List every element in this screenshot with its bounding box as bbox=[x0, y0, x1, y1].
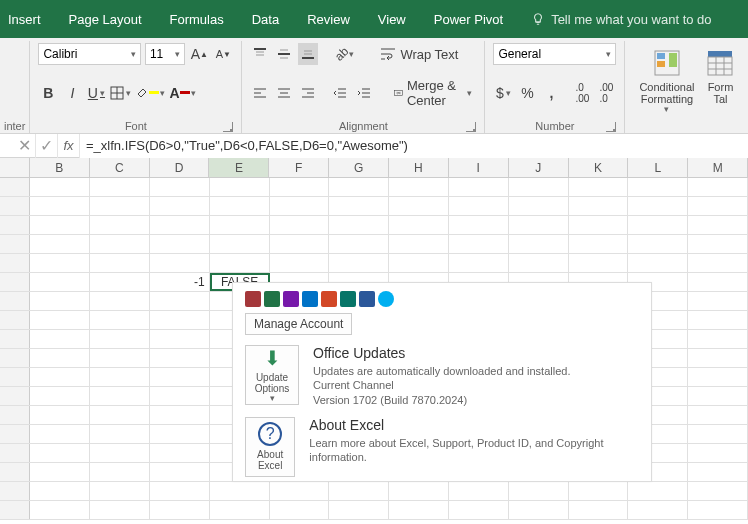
cell[interactable] bbox=[90, 273, 150, 291]
corner-cell[interactable] bbox=[0, 158, 30, 177]
cell[interactable] bbox=[90, 235, 150, 253]
cell[interactable] bbox=[628, 254, 688, 272]
cell[interactable] bbox=[449, 197, 509, 215]
percent-format-button[interactable]: % bbox=[517, 82, 537, 104]
format-as-table-button[interactable]: FormTal bbox=[700, 45, 740, 107]
cell[interactable] bbox=[569, 197, 629, 215]
cell[interactable] bbox=[30, 292, 90, 310]
number-dialog-launcher[interactable] bbox=[606, 122, 616, 132]
cell[interactable] bbox=[389, 254, 449, 272]
cell[interactable] bbox=[688, 178, 748, 196]
font-dialog-launcher[interactable] bbox=[223, 122, 233, 132]
cell[interactable] bbox=[150, 482, 210, 500]
row-header[interactable] bbox=[0, 311, 30, 329]
cell[interactable] bbox=[150, 349, 210, 367]
tell-me-search[interactable]: Tell me what you want to do bbox=[531, 12, 711, 27]
cell[interactable] bbox=[30, 254, 90, 272]
cell[interactable] bbox=[329, 482, 389, 500]
cell[interactable] bbox=[688, 482, 748, 500]
cell[interactable] bbox=[449, 254, 509, 272]
borders-button[interactable]: ▾ bbox=[110, 82, 131, 104]
cell[interactable] bbox=[90, 197, 150, 215]
row-header[interactable] bbox=[0, 254, 30, 272]
cell[interactable] bbox=[90, 330, 150, 348]
row-header[interactable] bbox=[0, 216, 30, 234]
cell[interactable] bbox=[688, 501, 748, 519]
cell[interactable] bbox=[150, 463, 210, 481]
column-header-M[interactable]: M bbox=[688, 158, 748, 177]
cell[interactable] bbox=[569, 501, 629, 519]
row-header[interactable] bbox=[0, 425, 30, 443]
cell[interactable] bbox=[509, 216, 569, 234]
row-header[interactable] bbox=[0, 444, 30, 462]
tab-data[interactable]: Data bbox=[252, 8, 279, 31]
font-size-select[interactable]: 11▾ bbox=[145, 43, 185, 65]
cell[interactable] bbox=[30, 349, 90, 367]
increase-indent-button[interactable] bbox=[354, 82, 374, 104]
font-name-select[interactable]: Calibri▾ bbox=[38, 43, 141, 65]
row-header[interactable] bbox=[0, 368, 30, 386]
insert-function-button[interactable]: fx bbox=[58, 134, 80, 158]
cell[interactable] bbox=[270, 254, 330, 272]
cell[interactable] bbox=[90, 425, 150, 443]
underline-button[interactable]: U▾ bbox=[86, 82, 106, 104]
cell[interactable] bbox=[90, 254, 150, 272]
decrease-indent-button[interactable] bbox=[330, 82, 350, 104]
conditional-formatting-button[interactable]: Conditional Formatting▾ bbox=[633, 45, 700, 117]
cell[interactable] bbox=[30, 425, 90, 443]
cell[interactable] bbox=[270, 501, 330, 519]
italic-button[interactable]: I bbox=[62, 82, 82, 104]
cell[interactable] bbox=[688, 216, 748, 234]
cell[interactable] bbox=[90, 406, 150, 424]
tab-power-pivot[interactable]: Power Pivot bbox=[434, 8, 503, 31]
cell[interactable] bbox=[30, 368, 90, 386]
row-header[interactable] bbox=[0, 273, 30, 291]
cell[interactable] bbox=[150, 254, 210, 272]
cell[interactable] bbox=[329, 197, 389, 215]
cell[interactable] bbox=[90, 292, 150, 310]
row-header[interactable] bbox=[0, 292, 30, 310]
cell[interactable] bbox=[30, 406, 90, 424]
column-header-G[interactable]: G bbox=[329, 158, 389, 177]
cell[interactable] bbox=[688, 311, 748, 329]
tab-page-layout[interactable]: Page Layout bbox=[69, 8, 142, 31]
cell[interactable] bbox=[150, 216, 210, 234]
row-header[interactable] bbox=[0, 387, 30, 405]
cell[interactable] bbox=[449, 235, 509, 253]
cell[interactable] bbox=[449, 501, 509, 519]
cell[interactable] bbox=[90, 216, 150, 234]
tab-formulas[interactable]: Formulas bbox=[170, 8, 224, 31]
accounting-format-button[interactable]: $▾ bbox=[493, 82, 513, 104]
align-center-button[interactable] bbox=[274, 82, 294, 104]
cell[interactable] bbox=[688, 330, 748, 348]
align-left-button[interactable] bbox=[250, 82, 270, 104]
cell[interactable] bbox=[150, 501, 210, 519]
column-header-H[interactable]: H bbox=[389, 158, 449, 177]
cell[interactable] bbox=[90, 463, 150, 481]
cell[interactable] bbox=[30, 311, 90, 329]
cell[interactable] bbox=[569, 235, 629, 253]
alignment-dialog-launcher[interactable] bbox=[466, 122, 476, 132]
column-header-B[interactable]: B bbox=[30, 158, 90, 177]
row-header[interactable] bbox=[0, 501, 30, 519]
cell[interactable] bbox=[30, 197, 90, 215]
cell[interactable] bbox=[449, 216, 509, 234]
cell[interactable] bbox=[688, 387, 748, 405]
font-color-button[interactable]: A▾ bbox=[169, 82, 195, 104]
cell[interactable] bbox=[90, 387, 150, 405]
align-bottom-button[interactable] bbox=[298, 43, 318, 65]
cell[interactable] bbox=[569, 178, 629, 196]
align-right-button[interactable] bbox=[298, 82, 318, 104]
cell[interactable] bbox=[210, 482, 270, 500]
cell[interactable] bbox=[628, 216, 688, 234]
cell[interactable] bbox=[150, 311, 210, 329]
cell[interactable] bbox=[210, 216, 270, 234]
cell[interactable] bbox=[389, 501, 449, 519]
cell[interactable] bbox=[628, 178, 688, 196]
cell[interactable] bbox=[449, 178, 509, 196]
column-header-D[interactable]: D bbox=[150, 158, 210, 177]
cell[interactable] bbox=[90, 311, 150, 329]
cell[interactable] bbox=[628, 482, 688, 500]
cell[interactable] bbox=[210, 197, 270, 215]
cell[interactable] bbox=[329, 235, 389, 253]
